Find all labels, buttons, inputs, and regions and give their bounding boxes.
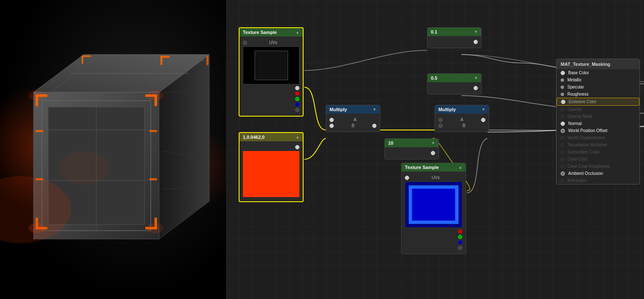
mat-pin-opacity-mask[interactable]: Opacity Mask bbox=[556, 113, 639, 120]
mat-pin-opacity[interactable]: Opacity bbox=[556, 106, 639, 113]
node-01-expand[interactable]: ▼ bbox=[474, 30, 478, 34]
node-texture2-a-row bbox=[405, 246, 462, 250]
node-texture2-r-pin[interactable] bbox=[458, 229, 462, 234]
node-multiply2-expand[interactable]: ▼ bbox=[482, 107, 485, 112]
node-10-out-row bbox=[388, 151, 435, 155]
node-multiply1-a-in-pin[interactable] bbox=[330, 118, 334, 122]
node-texture2-uvs-pin[interactable] bbox=[405, 176, 409, 180]
svg-rect-25 bbox=[160, 56, 170, 58]
mat-pin-tessmult[interactable]: Tessellation Multiplier bbox=[556, 141, 639, 148]
mat-pin-subsurface-dot bbox=[561, 151, 564, 154]
node-texture1-a-pin[interactable] bbox=[295, 108, 299, 112]
node-10[interactable]: 10 ▼ bbox=[384, 138, 439, 159]
mat-pin-opacitymask-label: Opacity Mask bbox=[567, 114, 593, 119]
mat-pin-clearcoatrough-label: Clear Coat Roughness bbox=[567, 164, 610, 169]
mat-pin-opacity-dot bbox=[561, 108, 564, 111]
node-texture1-a-row bbox=[243, 108, 299, 112]
node-color-expand[interactable]: ▲ bbox=[296, 135, 299, 139]
node-texture1-g-pin[interactable] bbox=[295, 97, 299, 101]
node-texture-sample-2[interactable]: Texture Sample ▲ UVs bbox=[401, 163, 466, 254]
node-multiply2-a-row: A bbox=[438, 117, 485, 122]
node-graph[interactable]: Texture Sample ▲ UVs bbox=[226, 0, 644, 299]
node-multiply1-b-row: B bbox=[330, 123, 376, 128]
mat-pin-worldpos[interactable]: World Position Offset bbox=[556, 127, 639, 134]
node-texture-sample-1[interactable]: Texture Sample ▲ UVs bbox=[239, 27, 304, 117]
node-texture1-rgb-pin[interactable] bbox=[295, 86, 299, 90]
node-multiply1-expand[interactable]: ▼ bbox=[373, 107, 376, 112]
mat-pin-metallic[interactable]: Metallic bbox=[556, 76, 639, 83]
node-01-header: 0.1 ▼ bbox=[428, 28, 481, 36]
mat-pin-basecolor[interactable]: Base Color bbox=[556, 69, 639, 76]
mat-pin-worlddisp[interactable]: World Displacement bbox=[556, 134, 639, 141]
node-multiply2-b-in-pin[interactable] bbox=[438, 124, 443, 128]
node-texture1-rgb-row bbox=[243, 86, 299, 90]
node-texture1-b-pin[interactable] bbox=[295, 102, 299, 107]
mat-pin-refraction[interactable]: Refraction bbox=[556, 177, 639, 184]
mat-pin-roughness-label: Roughness bbox=[567, 92, 589, 96]
node-multiply1-out-pin[interactable] bbox=[372, 124, 376, 128]
node-multiply2[interactable]: Multiply ▼ A B bbox=[435, 105, 489, 132]
mat-pin-subsurface-label: Subsurface Color bbox=[567, 150, 600, 154]
node-multiply1-title: Multiply bbox=[330, 107, 347, 112]
node-multiply2-a-out-pin[interactable] bbox=[481, 118, 485, 122]
node-texture2-b-pin[interactable] bbox=[458, 240, 462, 244]
node-texture2-g-pin[interactable] bbox=[458, 235, 462, 239]
svg-point-32 bbox=[28, 91, 45, 101]
node-color-out-row bbox=[243, 145, 299, 149]
mat-pin-tessmult-label: Tessellation Multiplier bbox=[567, 143, 607, 147]
node-multiply2-a-in-pin[interactable] bbox=[438, 118, 443, 122]
mat-pin-specular[interactable]: Specular bbox=[556, 83, 639, 91]
node-texture2-uvs-row: UVs bbox=[405, 175, 462, 180]
node-multiply1[interactable]: Multiply ▼ A B bbox=[326, 105, 380, 132]
node-texture1-preview-inner bbox=[255, 51, 288, 80]
node-01-body bbox=[428, 36, 481, 48]
mat-pin-normal[interactable]: Normal bbox=[556, 120, 639, 127]
mat-pin-subsurface[interactable]: Subsurface Color bbox=[556, 148, 639, 156]
node-texture1-title: Texture Sample bbox=[243, 30, 277, 35]
node-material-title: MAT_Texture_Masking bbox=[561, 62, 610, 67]
node-texture1-uvs-row: UVs bbox=[243, 40, 299, 45]
node-texture1-r-row bbox=[243, 91, 299, 96]
node-texture2-a-pin[interactable] bbox=[458, 246, 462, 250]
node-multiply1-body: A B bbox=[326, 114, 380, 132]
node-multiply2-header: Multiply ▼ bbox=[435, 105, 489, 114]
mat-pin-specular-label: Specular bbox=[567, 85, 584, 89]
node-texture1-b-row bbox=[243, 102, 299, 107]
node-texture1-g-row bbox=[243, 97, 299, 101]
node-10-out-pin[interactable] bbox=[431, 151, 435, 155]
mat-pin-metallic-dot bbox=[561, 78, 564, 82]
node-multiply1-b-in-pin[interactable] bbox=[330, 124, 334, 128]
node-texture2-header: Texture Sample ▲ bbox=[402, 163, 466, 172]
node-multiply2-b-label: B bbox=[463, 123, 466, 128]
node-texture1-uvs-pin[interactable] bbox=[243, 41, 247, 45]
mat-pin-roughness[interactable]: Roughness bbox=[556, 91, 639, 98]
mat-pin-ao[interactable]: Ambient Occlusion bbox=[556, 170, 639, 177]
node-multiply1-header: Multiply ▼ bbox=[326, 105, 380, 114]
node-color[interactable]: 1,0.0462,0 ▲ bbox=[239, 132, 304, 202]
node-texture2-uvs-label: UVs bbox=[432, 175, 440, 180]
svg-rect-16 bbox=[36, 130, 43, 132]
node-05-out-pin[interactable] bbox=[474, 86, 478, 90]
node-texture1-uvs-label: UVs bbox=[269, 40, 277, 45]
node-texture2-expand[interactable]: ▲ bbox=[459, 165, 462, 169]
node-color-out-pin[interactable] bbox=[295, 145, 299, 149]
svg-rect-19 bbox=[149, 178, 157, 180]
node-10-expand[interactable]: ▼ bbox=[431, 141, 435, 145]
node-01-title: 0.1 bbox=[431, 29, 437, 34]
mat-pin-normal-dot bbox=[561, 122, 565, 126]
node-material-output[interactable]: MAT_Texture_Masking Base Color Metallic … bbox=[556, 59, 640, 185]
node-texture1-expand[interactable]: ▲ bbox=[296, 30, 299, 34]
mat-pin-worlddisp-dot bbox=[561, 136, 564, 140]
node-01-out-pin[interactable] bbox=[474, 40, 478, 44]
node-texture1-body: UVs bbox=[240, 36, 303, 116]
node-05[interactable]: 0.5 ▼ bbox=[427, 73, 482, 94]
node-texture1-preview bbox=[243, 47, 299, 84]
mat-pin-clearcoat[interactable]: Clear Coat bbox=[556, 156, 639, 163]
node-color-title: 1,0.0462,0 bbox=[243, 135, 265, 140]
node-texture1-r-pin[interactable] bbox=[295, 91, 299, 96]
mat-pin-emissive[interactable]: Emissive Color bbox=[556, 98, 639, 106]
node-05-expand[interactable]: ▼ bbox=[474, 76, 478, 80]
mat-pin-clearcoatrough[interactable]: Clear Coat Roughness bbox=[556, 163, 639, 170]
node-01[interactable]: 0.1 ▼ bbox=[427, 27, 482, 48]
mat-pin-ao-label: Ambient Occlusion bbox=[568, 171, 603, 176]
